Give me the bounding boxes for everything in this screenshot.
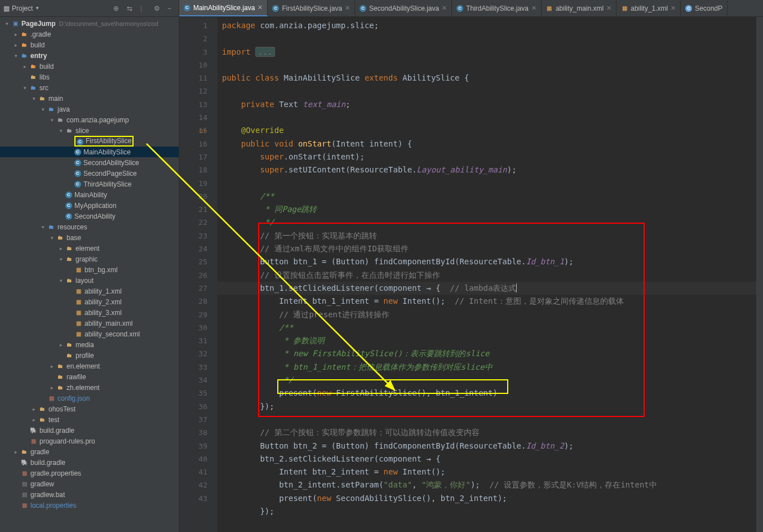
editor-tab[interactable]: CFirstAbilitySlice.java✕ [268, 0, 355, 16]
line-number[interactable]: 27 [179, 282, 207, 295]
chevron-icon[interactable]: ▸ [20, 64, 29, 69]
code-line[interactable]: Button btn_1 = (Button) findComponentByI… [218, 255, 756, 268]
code-line[interactable]: @Override [218, 124, 756, 137]
code-line[interactable]: Intent btn_1_intent = new Intent(); // I… [218, 295, 756, 308]
editor-tab[interactable]: ▦ability_1.xml✕ [616, 0, 681, 16]
line-number[interactable]: 38 [179, 426, 207, 439]
chevron-icon[interactable]: ▸ [47, 363, 56, 369]
code-line[interactable] [218, 32, 756, 45]
tree-item[interactable]: ▸🖿element [0, 243, 179, 254]
close-icon[interactable]: ✕ [606, 5, 611, 12]
tree-item[interactable]: ▦ability_3.xml [0, 307, 179, 318]
code-line[interactable] [218, 85, 756, 97]
tree-item[interactable]: ▸🖿gradle [0, 446, 179, 457]
tree-item[interactable]: CMainAbility [0, 189, 179, 200]
tree-item[interactable]: ▦config.json [0, 393, 179, 404]
line-number[interactable]: 17 [179, 150, 207, 163]
tree-item[interactable]: ▸🖿en.element [0, 361, 179, 371]
tree-item[interactable]: ▾🖿entry [0, 50, 179, 61]
line-number[interactable]: 32 [179, 347, 207, 360]
line-number[interactable]: 1 [179, 19, 207, 32]
editor-tab[interactable]: CThirdAbilitySlice.java✕ [452, 0, 542, 16]
code-line[interactable]: btn_1.setClickedListener(component → { /… [218, 282, 756, 295]
tree-item[interactable]: ▸🖿build [0, 39, 179, 50]
tree-item[interactable]: ▾🖿slice [0, 125, 179, 136]
line-number[interactable]: 14 [179, 111, 207, 124]
code-line[interactable]: super.onStart(intent); [218, 150, 756, 163]
vertical-scrollbar[interactable] [756, 17, 763, 532]
chevron-icon[interactable]: ▸ [11, 32, 20, 37]
line-number[interactable]: 2 [179, 32, 207, 45]
chevron-down-icon[interactable]: ▾ [2, 21, 11, 26]
gear-icon[interactable]: ⚙ [154, 5, 162, 12]
chevron-icon[interactable]: ▾ [11, 53, 20, 59]
tree-item[interactable]: ▸🖿zh.element [0, 382, 179, 393]
tree-item[interactable]: CSecondPageSlice [0, 168, 179, 179]
editor-tab[interactable]: CSecondP [681, 0, 727, 16]
sidebar-title-wrap[interactable]: ▦ Project ▼ [3, 5, 39, 12]
editor-tab[interactable]: CSecondAbilitySlice.java✕ [355, 0, 452, 16]
code-line[interactable]: */ [218, 374, 756, 387]
line-number[interactable]: 29 [179, 308, 207, 321]
line-number[interactable]: 12 [179, 85, 207, 97]
close-icon[interactable]: ✕ [258, 4, 263, 11]
line-number[interactable]: 36 [179, 400, 207, 413]
code-line[interactable]: /** [218, 190, 756, 203]
chevron-icon[interactable]: ▸ [56, 342, 65, 348]
tree-item[interactable]: ▦ability_second.xml [0, 329, 179, 339]
line-number[interactable]: 16 [179, 138, 207, 150]
tree-item[interactable]: ▸🖿.gradle [0, 29, 179, 39]
tree-item[interactable]: CMyApplication [0, 200, 179, 211]
tree-item[interactable]: ▸🖿ohosTest [0, 404, 179, 414]
tree-item[interactable]: ▦ability_1.xml [0, 286, 179, 296]
line-number[interactable]: 34 [179, 374, 207, 387]
tree-item[interactable]: ▾🖿resources [0, 221, 179, 232]
code-line[interactable]: /** [218, 321, 756, 334]
chevron-icon[interactable]: ▸ [47, 385, 56, 391]
code-line[interactable] [218, 111, 756, 124]
chevron-icon[interactable]: ▾ [56, 128, 65, 134]
tree-item[interactable]: ▾🖿src [0, 82, 179, 93]
chevron-icon[interactable]: ▸ [11, 42, 20, 48]
line-number[interactable]: 10 [179, 59, 207, 72]
line-number[interactable]: 20 [179, 190, 207, 203]
code-line[interactable]: present(new FirstAbilitySlice(), btn_1_i… [218, 387, 756, 400]
code-line[interactable]: * new FirstAbilitySlice()：表示要跳转到的slice [218, 347, 756, 360]
tree-item[interactable]: ▦btn_bg.xml [0, 264, 179, 275]
line-number[interactable]: 3 [179, 46, 207, 59]
code-line[interactable]: public void onStart(Intent intent) { [218, 138, 756, 150]
line-gutter[interactable]: 123101112131415○↑16171819202122232425262… [179, 17, 218, 532]
chevron-icon[interactable]: ▸ [29, 417, 38, 423]
tree-item[interactable]: CFirstAbilitySlice [0, 136, 179, 147]
tree-item[interactable]: 🖿libs [0, 72, 179, 82]
override-icon[interactable]: ○↑ [199, 124, 206, 137]
line-number[interactable]: 24 [179, 242, 207, 255]
line-number[interactable]: 25 [179, 255, 207, 268]
line-number[interactable]: 21 [179, 203, 207, 216]
code-line[interactable]: // 第二个按钮：实现带参数跳转；可以边跳转边传值改变内容 [218, 426, 756, 439]
code-line[interactable]: Button btn_2 = (Button) findComponentByI… [218, 440, 756, 453]
tree-item[interactable]: ▾🖿base [0, 232, 179, 243]
project-tree[interactable]: ▾ ▣ PageJump D:\docunment_save\harmonyos… [0, 17, 179, 532]
tree-item[interactable]: ▦local.properties [0, 500, 179, 511]
chevron-icon[interactable]: ▸ [11, 449, 20, 455]
code-line[interactable]: }); [218, 505, 756, 518]
expand-icon[interactable]: ⇆ [127, 5, 135, 12]
code-line[interactable]: // 通过xml布局文件中的组件ID获取组件 [218, 242, 756, 255]
line-number[interactable]: 11 [179, 72, 207, 85]
code-line[interactable]: btn_2_intent.setParam("data", "鸿蒙，你好"); … [218, 478, 756, 491]
chevron-icon[interactable]: ▸ [56, 246, 65, 251]
tree-item[interactable]: 🐘build.gradle [0, 425, 179, 436]
code-line[interactable]: */ [218, 216, 756, 229]
tree-item[interactable]: 🖿profile [0, 350, 179, 361]
code-line[interactable]: Intent btn_2_intent = new Intent(); [218, 466, 756, 478]
chevron-icon[interactable]: ▾ [20, 85, 29, 91]
line-number[interactable]: 43 [179, 492, 207, 505]
close-icon[interactable]: ✕ [531, 5, 536, 12]
chevron-icon[interactable]: ▾ [38, 224, 47, 230]
tree-item[interactable]: 🖿rawfile [0, 371, 179, 382]
code-line[interactable]: btn_2.setClickedListener(component → { [218, 453, 756, 466]
line-number[interactable]: 13 [179, 98, 207, 111]
code-content[interactable]: package com.anzia.pagejump.slice; import… [218, 17, 756, 532]
tree-root-row[interactable]: ▾ ▣ PageJump D:\docunment_save\harmonyos… [0, 18, 179, 29]
